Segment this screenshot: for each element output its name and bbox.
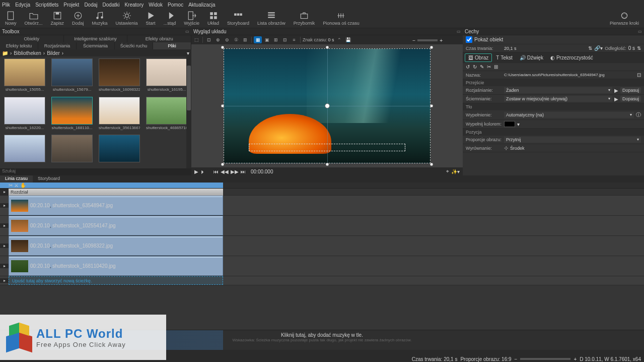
handle-e[interactable]	[430, 104, 434, 108]
track-toggle-icon[interactable]: ▸	[0, 278, 9, 283]
tab-rozjasniania[interactable]: Rozjaśniania	[38, 42, 77, 49]
tab-obiekty[interactable]: Obiekty	[0, 35, 64, 42]
preview-icon[interactable]: ▶	[614, 88, 618, 93]
add-button[interactable]: Dodaj	[68, 10, 88, 27]
layout-button[interactable]: Układ	[203, 10, 223, 27]
crop-icon[interactable]: ✂	[487, 64, 491, 70]
thumb-item[interactable]: shutterstock_15055...	[2, 58, 47, 95]
thumb-item[interactable]: shutterstock_16098322	[97, 58, 142, 95]
search-input[interactable]: Szukaj	[0, 168, 191, 175]
fadein-dropdown[interactable]: Żaden	[504, 87, 612, 93]
save-button[interactable]: Zapisz	[47, 10, 68, 27]
handle-w[interactable]	[221, 104, 225, 108]
stepper-icon[interactable]: ⇅	[588, 45, 592, 51]
fill-dropdown[interactable]: Automatyczny (na)	[504, 112, 634, 118]
subselection[interactable]	[249, 144, 405, 152]
fx-icon[interactable]: ⊞	[494, 64, 498, 70]
info-icon[interactable]: ⓘ	[636, 111, 641, 118]
offset-value[interactable]: 0 s	[628, 45, 635, 51]
vertical-timeline-button[interactable]: Pionowa oś czasu	[319, 10, 364, 27]
menu-projekt[interactable]: Projekt	[63, 2, 79, 8]
start-button[interactable]: Start	[142, 10, 160, 27]
thumb-item[interactable]: shutterstock_16195...	[144, 58, 189, 95]
rotate-cw-icon[interactable]: ↻	[473, 64, 477, 70]
thumb-item[interactable]	[97, 135, 142, 166]
link-icon[interactable]: 🔗▾	[594, 45, 603, 51]
dopasuj-button[interactable]: Dopasuj	[620, 87, 641, 93]
browse-icon[interactable]: ⊡	[637, 72, 641, 78]
rotate-ccw-icon[interactable]: ↺	[466, 64, 470, 70]
chevron-down-icon[interactable]: ▾	[517, 122, 520, 127]
tab-sciezki[interactable]: Ścieżki ruchu	[115, 42, 153, 49]
play-icon[interactable]: ▶	[194, 169, 198, 174]
menu-scriptitlets[interactable]: Scriptitlets	[35, 2, 58, 8]
thumb-item[interactable]: shutterstock_46865710	[144, 97, 189, 133]
imagelist-button[interactable]: Lista obrazów	[253, 10, 290, 27]
handle-se[interactable]	[430, 163, 434, 166]
clip[interactable]: 00:20.10, shutterstock_16098322.jpg	[9, 236, 223, 256]
zoom-slider[interactable]	[520, 358, 570, 360]
aspect-dropdown[interactable]: Przytnij	[504, 137, 641, 143]
menu-widok[interactable]: Widok	[149, 2, 163, 8]
tab-timeline[interactable]: Linia czasu	[0, 175, 33, 183]
tab-efekty-tekstu[interactable]: Efekty tekstu	[0, 42, 38, 49]
stepper-icon[interactable]: ⇅	[637, 45, 641, 51]
toolbox-button[interactable]: Przybornik	[290, 10, 319, 27]
chapter-clip[interactable]: Rozdział	[9, 189, 223, 196]
handle-sw[interactable]	[221, 163, 225, 166]
zoom-slider[interactable]	[417, 39, 438, 41]
handle-s[interactable]	[325, 163, 329, 166]
menu-dodaj[interactable]: Dodaj	[84, 2, 97, 8]
menu-aktualizacja[interactable]: Aktualizacja	[188, 2, 215, 8]
zoom-minus-icon[interactable]: −	[515, 356, 518, 362]
thumb-item[interactable]: shutterstock_15679...	[49, 58, 95, 95]
settings-button[interactable]: Ustawienia	[112, 10, 142, 27]
menu-edycja[interactable]: Edycja	[15, 2, 30, 8]
tab-opacity[interactable]: ◐Przezroczystość	[547, 53, 596, 62]
start-from-button[interactable]: ...stąd	[160, 10, 180, 27]
canvas[interactable]	[223, 47, 432, 164]
duration-value[interactable]: 20,1 s	[504, 46, 586, 51]
color-swatch[interactable]	[504, 121, 515, 127]
breadcrumb[interactable]: 📁› Bibliotheken› Bilder› ▾	[0, 49, 191, 56]
thumb-item[interactable]: shutterstock_35613667	[97, 97, 142, 133]
track-toggle-icon[interactable]: ▸	[0, 264, 9, 268]
menu-plik[interactable]: Plik	[2, 2, 10, 8]
clip[interactable]: 00:20.10, shutterstock_63548947.jpg	[9, 196, 223, 215]
open-button[interactable]: Otwórz...	[21, 10, 47, 27]
handle-nw[interactable]	[221, 46, 225, 49]
close-icon[interactable]: ▭	[185, 29, 189, 34]
exit-button[interactable]: Wyjście	[180, 10, 203, 27]
tab-sound[interactable]: 🔊Dźwięk	[517, 53, 546, 62]
crumb-dropdown-icon[interactable]: ▾	[187, 50, 189, 56]
thumb-item[interactable]: shutterstock_168110...	[49, 97, 95, 133]
new-button[interactable]: Nowy	[1, 10, 21, 27]
preview-icon[interactable]: ▶	[614, 96, 618, 102]
tab-text[interactable]: TTekst	[493, 53, 515, 62]
scissors-icon[interactable]: ✂	[9, 183, 13, 188]
next-icon[interactable]: ▶▶	[231, 169, 239, 174]
thumb-item[interactable]: shutterstock_16220...	[2, 97, 47, 133]
track-toggle-icon[interactable]: ▸	[0, 189, 9, 195]
playstep-icon[interactable]: ⏵	[200, 169, 205, 174]
menu-pomoc[interactable]: Pomoc	[168, 2, 183, 8]
storyboard-button[interactable]: Storyboard	[223, 10, 253, 27]
track-toggle-icon[interactable]: ▸	[0, 244, 9, 248]
tab-pliki[interactable]: Pliki	[153, 42, 191, 49]
tab-storyboard[interactable]: Storyboard	[33, 175, 65, 183]
dopasuj-button[interactable]: Dopasuj	[620, 96, 641, 102]
hand-icon[interactable]: ✋	[20, 183, 26, 188]
drop-track[interactable]: ▸ Upuść tutaj aby stworzyć nową ścieżkę.	[0, 276, 644, 285]
edit-icon[interactable]: ✎	[480, 64, 484, 70]
zoom-plus-icon[interactable]: +	[574, 356, 577, 362]
thumb-item[interactable]	[49, 135, 95, 166]
tab-efekty-obrazu[interactable]: Efekty obrazu	[127, 35, 191, 42]
crumb-lib[interactable]: Bibliotheken	[14, 50, 41, 56]
last-icon[interactable]: ⏭	[241, 169, 246, 174]
zoom-plus-icon[interactable]: +	[440, 38, 443, 43]
handle-center[interactable]	[325, 103, 330, 108]
handle-ne[interactable]	[430, 46, 434, 49]
firststeps-button[interactable]: Pierwsze kroki	[606, 10, 643, 27]
music-button[interactable]: Muzyka	[88, 10, 112, 27]
fx-icon[interactable]: ✨▾	[451, 169, 460, 174]
